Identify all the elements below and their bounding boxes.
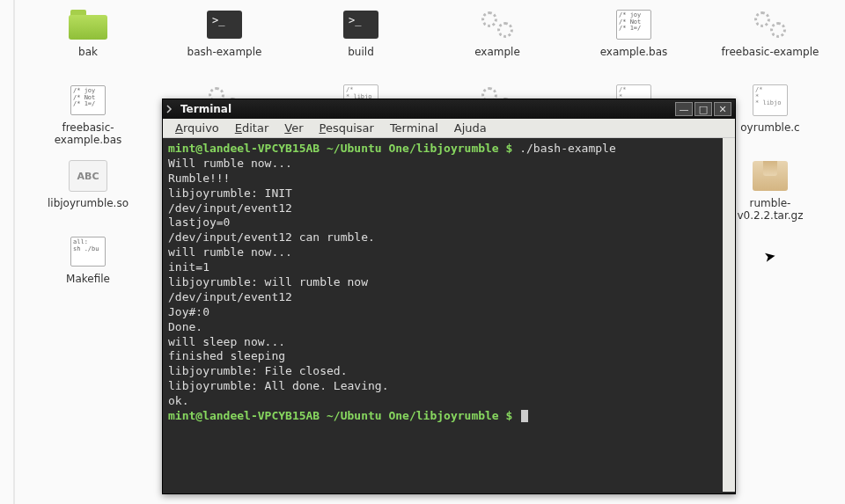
terminal-output-line: finished sleeping	[168, 349, 730, 364]
desktop-icon[interactable]: /* joy/* Not/* 1=/freebasic-example.bas	[35, 83, 141, 158]
terminal-output-line: init=1	[168, 260, 730, 275]
terminal-output-line: libjoyrumble: All done. Leaving.	[168, 379, 730, 394]
titlebar[interactable]: Terminal — □ ✕	[163, 99, 735, 119]
terminal-output-line: will sleep now...	[168, 335, 730, 350]
gear-icon	[749, 7, 791, 42]
minimize-button[interactable]: —	[675, 102, 693, 116]
menu-pesquisar[interactable]: Pesquisar	[312, 120, 381, 136]
desktop-icon[interactable]: freebasic-example	[717, 7, 823, 83]
folder-icon	[67, 7, 109, 42]
menu-terminal[interactable]: Terminal	[383, 120, 445, 136]
icon-label: freebasic-example	[722, 46, 819, 58]
terminal-output-line: ok.	[168, 394, 730, 409]
terminal-output-line: Rumble!!!	[168, 172, 730, 186]
icon-label: oyrumble.c	[740, 121, 799, 134]
so-icon: ABC	[67, 158, 109, 194]
terminal-window[interactable]: Terminal — □ ✕ Arquivo Editar Ver Pesqui…	[162, 99, 736, 494]
gear-icon	[476, 7, 518, 42]
maximize-button[interactable]: □	[694, 102, 712, 116]
terminal-prompt: mint@landeel-VPCYB15AB ~/Ubuntu One/libj…	[168, 409, 730, 424]
terminal-app-icon	[166, 105, 175, 113]
script-icon: all:sh ./bu	[67, 234, 109, 269]
terminal-output-line: libjoyrumble: File closed.	[168, 364, 730, 379]
script-icon: /* joy/* Not/* 1=/	[67, 83, 109, 118]
menubar[interactable]: Arquivo Editar Ver Pesquisar Terminal Aj…	[163, 119, 735, 138]
desktop-icon[interactable]: example	[445, 7, 550, 83]
icon-label: libjoyrumble.so	[48, 197, 129, 209]
icon-label: bash-example	[187, 46, 262, 58]
terminal-output-line: libjoyrumble: INIT	[168, 186, 730, 201]
icon-label: build	[348, 46, 374, 58]
terminal-output-line: /dev/input/event12	[168, 201, 730, 216]
terminal-output-line: /dev/input/event12 can rumble.	[168, 230, 730, 245]
icon-label: example.bas	[600, 46, 668, 58]
script-icon: /* joy/* Not/* 1=/	[613, 7, 655, 42]
close-button[interactable]: ✕	[714, 102, 731, 116]
cursor-block-icon	[521, 410, 528, 422]
terminal-output-line: /dev/input/event12	[168, 290, 730, 305]
archive-icon	[749, 158, 791, 194]
terminal-body[interactable]: mint@landeel-VPCYB15AB ~/Ubuntu One/libj…	[163, 138, 735, 493]
desktop-icon[interactable]: bash-example	[172, 7, 277, 83]
terminal-output-line: lastjoy=0	[168, 215, 730, 230]
desktop-icon[interactable]: /* joy/* Not/* 1=/example.bas	[581, 7, 687, 83]
exe-icon	[203, 7, 246, 42]
desktop-icon[interactable]: build	[308, 7, 414, 83]
menu-ajuda[interactable]: Ajuda	[447, 120, 494, 136]
menu-editar[interactable]: Editar	[228, 120, 276, 136]
icon-label: freebasic-example.bas	[35, 121, 141, 147]
icon-label: bak	[78, 46, 98, 58]
terminal-output-line: Joy#:0	[168, 305, 730, 320]
terminal-output-line: Done.	[168, 320, 730, 335]
terminal-prompt: mint@landeel-VPCYB15AB ~/Ubuntu One/libj…	[168, 142, 730, 157]
desktop-icon[interactable]: bak	[35, 7, 141, 83]
terminal-output-line: libjoyrumble: will rumble now	[168, 275, 730, 290]
icon-label: Makefile	[66, 273, 110, 285]
icon-label: example	[474, 46, 520, 58]
scrollbar[interactable]	[723, 138, 735, 492]
desktop-icon[interactable]: ABClibjoyrumble.so	[35, 158, 141, 234]
exe-icon	[340, 7, 382, 42]
desktop-icon[interactable]: all:sh ./buMakefile	[35, 234, 141, 310]
window-title: Terminal	[180, 103, 231, 115]
terminal-output-line: will rumble now...	[168, 245, 730, 260]
text-icon: /*** libjo	[749, 83, 791, 118]
menu-arquivo[interactable]: Arquivo	[168, 120, 226, 136]
terminal-output-line: Will rumble now...	[168, 157, 730, 172]
menu-ver[interactable]: Ver	[277, 120, 310, 136]
panel-edge	[13, 0, 15, 504]
